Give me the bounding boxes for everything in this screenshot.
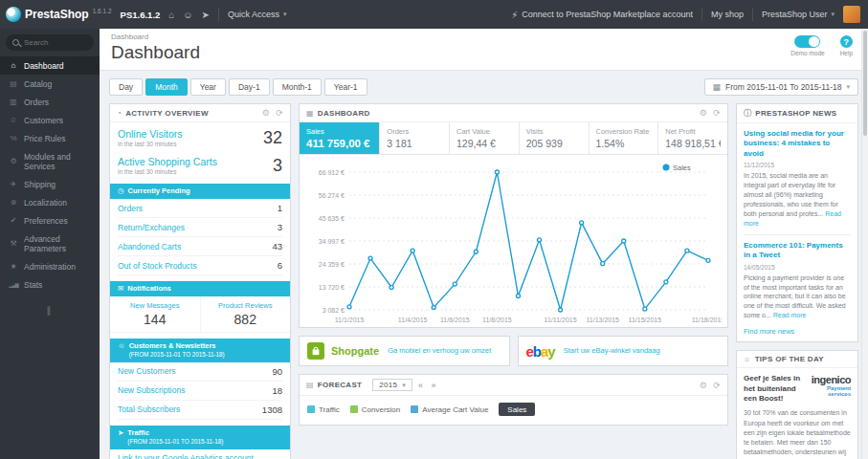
filter-day-button[interactable]: Day [109, 78, 143, 96]
shopgate-promo[interactable]: Shopgate Ga mobiel en verhoog uw omzet [299, 336, 510, 366]
svg-text:11/1/2015: 11/1/2015 [335, 317, 365, 323]
news-article-title[interactable]: Using social media for your business: 4 … [744, 129, 851, 159]
user-menu-label: PrestaShop User [762, 10, 828, 19]
svg-text:11/4/2015: 11/4/2015 [398, 317, 428, 323]
sidebar-item-orders[interactable]: ▥ Orders [0, 93, 100, 111]
year-select[interactable]: 2015 ▾ [372, 379, 412, 391]
read-more-link[interactable]: Read more [773, 312, 807, 318]
panel-title: DASHBOARD [318, 109, 370, 118]
scrollbar-thumb[interactable] [863, 31, 867, 136]
legend-sales[interactable]: Sales [499, 403, 535, 416]
legend-average-cart-value[interactable]: Average Cart Value [411, 405, 488, 414]
kpi-cart-value[interactable]: Cart Value 129,44 € [449, 122, 519, 154]
new-customers-link[interactable]: New Customers [118, 366, 175, 376]
my-shop-link[interactable]: My shop [711, 10, 744, 19]
dashboard-columns: ◔ ACTIVITY OVERVIEW ⚙ ⟳ Online Visitors … [109, 103, 858, 459]
refresh-icon[interactable]: ⟳ [713, 381, 721, 390]
gear-icon[interactable]: ⚙ [700, 108, 707, 118]
find-more-news-link[interactable]: Find more news [744, 327, 851, 336]
toggle-knob [809, 36, 819, 47]
product-reviews-cell[interactable]: Product Reviews 882 [201, 296, 291, 332]
person-icon[interactable]: ☺ [183, 10, 192, 20]
gear-icon[interactable]: ⚙ [700, 381, 707, 390]
sidebar-item-price-rules[interactable]: % Price Rules [0, 129, 100, 147]
filter-day-1-button[interactable]: Day-1 [229, 78, 270, 96]
sidebar-item-preferences[interactable]: ✔ Preferences [0, 211, 100, 230]
tips-panel-icon: ☼ [744, 355, 751, 363]
news-excerpt-text: In 2015, social media are an integral pa… [744, 172, 838, 217]
orders-link[interactable]: Orders [118, 204, 143, 213]
tip-headline[interactable]: Geef je Sales in het buitenland een Boos… [744, 374, 801, 404]
legend-conversion[interactable]: Conversion [350, 405, 400, 414]
kpi-conversion-rate[interactable]: Conversion Rate 1.54% [589, 122, 658, 154]
next-year-button[interactable]: » [429, 381, 437, 390]
legend-traffic[interactable]: Traffic [307, 405, 340, 414]
legend-label: Conversion [362, 405, 400, 414]
filter-year-1-button[interactable]: Year-1 [324, 78, 367, 96]
search-input[interactable] [24, 38, 87, 47]
shopgate-link[interactable]: Ga mobiel en verhoog uw omzet [388, 346, 491, 356]
prestashop-news-panel: ⓘ PRESTASHOP NEWS Using social media for… [736, 103, 858, 342]
shop-name[interactable]: PS1.6.1.2 [121, 10, 161, 20]
google-analytics-link[interactable]: Link to your Google Analytics account [118, 453, 254, 459]
ebay-link[interactable]: Start uw eBay-winkel vandaag [564, 346, 660, 356]
news-article-title[interactable]: Ecommerce 101: Payments in a Tweet [744, 241, 851, 261]
tips-body: Geef je Sales in het buitenland een Boos… [737, 368, 857, 459]
refresh-icon[interactable]: ⟳ [276, 108, 283, 118]
marketplace-link[interactable]: ⚡ Connect to PrestaShop Marketplace acco… [511, 10, 693, 20]
active-carts-link[interactable]: Active Shopping Carts [118, 156, 217, 167]
date-range-button[interactable]: ▦ From 2015-11-01 To 2015-11-18 ▾ [704, 78, 858, 96]
sidebar-item-stats[interactable]: ▂▄▆ Stats [0, 275, 100, 294]
out-of-stock-link[interactable]: Out of Stock Products [118, 261, 197, 271]
conversion-swatch [350, 405, 358, 413]
kpi-sales[interactable]: Sales 411 759,00 € [300, 122, 379, 154]
sidebar-search[interactable] [6, 34, 94, 51]
ebay-promo[interactable]: ebay Start uw eBay-winkel vandaag [518, 336, 729, 366]
refresh-icon[interactable]: ⟳ [713, 108, 721, 118]
sidebar-item-modules-and-services[interactable]: ⚙ Modules and Services [0, 147, 100, 175]
sidebar-item-dashboard[interactable]: ⌂ Dashboard [0, 56, 100, 75]
kpi-strip: Sales 411 759,00 € Orders 3 181 Cart Val… [300, 122, 727, 155]
filter-month-1-button[interactable]: Month-1 [273, 78, 322, 96]
demo-mode-toggle[interactable] [794, 35, 820, 48]
quick-access-menu[interactable]: Quick Access ▾ [228, 10, 287, 19]
online-visitors-link[interactable]: Online Visitors [118, 128, 183, 140]
user-avatar[interactable] [843, 6, 860, 23]
panel-title: TIPS OF THE DAY [755, 355, 824, 363]
user-menu[interactable]: PrestaShop User ▾ [762, 10, 835, 19]
kpi-net-profit[interactable]: Net Profit 148 918,51 € [657, 122, 727, 154]
sidebar-item-customers[interactable]: ☺ Customers [0, 111, 100, 129]
prev-year-button[interactable]: « [416, 381, 425, 390]
sidebar-item-catalog[interactable]: ▤ Catalog [0, 75, 100, 93]
gear-icon[interactable]: ⚙ [262, 108, 270, 118]
returns-link[interactable]: Return/Exchanges [118, 223, 185, 232]
new-messages-label: New Messages [112, 301, 198, 310]
help-button[interactable]: ? Help [840, 35, 853, 56]
currently-pending-header: ◷ Currently Pending [110, 184, 290, 199]
sidebar-item-localization[interactable]: ⊕ Localization [0, 193, 100, 211]
filter-year-button[interactable]: Year [190, 78, 226, 96]
total-subscribers-link[interactable]: Total Subscribers [118, 404, 180, 414]
kpi-orders[interactable]: Orders 3 181 [379, 122, 449, 154]
demo-mode-control[interactable]: Demo mode [790, 35, 824, 56]
launch-icon[interactable]: ➤ [202, 10, 210, 20]
prestashop-logo[interactable]: PrestaShop 1.6.1.2 [6, 7, 112, 22]
quick-access-label: Quick Access [228, 10, 279, 19]
kpi-visits[interactable]: Visits 205 939 [519, 122, 589, 154]
total-subscribers-row: Total Subscribers 1308 [118, 401, 282, 420]
page-title: Dashboard [111, 42, 857, 63]
topbar-divider [701, 8, 702, 21]
sidebar-item-administration[interactable]: ★ Administration [0, 257, 100, 275]
filter-month-button[interactable]: Month [145, 78, 188, 96]
store-icon[interactable]: ⌂ [168, 10, 174, 20]
sidebar-collapse-button[interactable]: ∥ [0, 305, 100, 316]
panel-header: ▦ DASHBOARD ⚙ ⟳ [300, 104, 727, 122]
kpi-label: Net Profit [665, 127, 721, 136]
new-subscriptions-link[interactable]: New Subscriptions [118, 385, 185, 395]
abandoned-carts-link[interactable]: Abandoned Carts [118, 242, 181, 251]
new-messages-cell[interactable]: New Messages 144 [110, 296, 201, 332]
breadcrumb[interactable]: Dashboard [111, 33, 857, 41]
sidebar-item-shipping[interactable]: ✈ Shipping [0, 175, 100, 193]
sidebar-item-advanced-parameters[interactable]: ⚒ Advanced Parameters [0, 230, 100, 257]
page-scrollbar[interactable] [861, 29, 868, 459]
